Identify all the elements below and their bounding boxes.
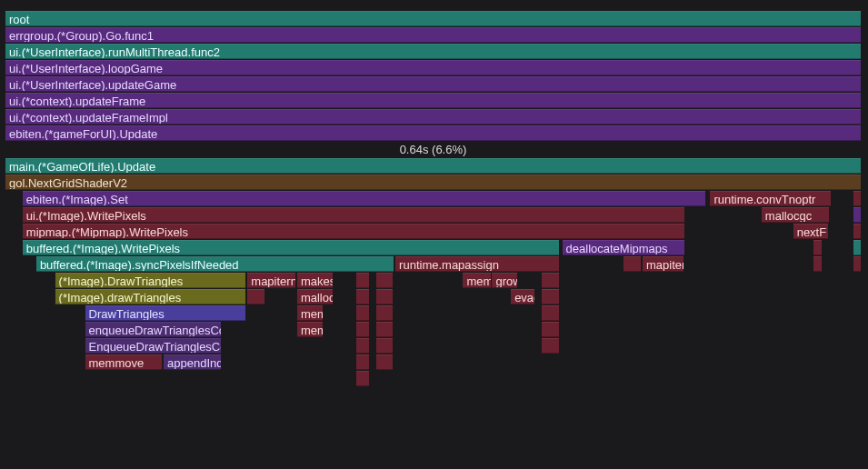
flame-frame[interactable]: ui.(*UserInterface).runMultiThread.func2: [5, 44, 861, 59]
flame-frame[interactable]: grow: [492, 273, 516, 288]
flame-frame[interactable]: mapiternext: [247, 273, 295, 288]
flame-frame[interactable]: [853, 224, 861, 239]
flame-frame[interactable]: [813, 256, 821, 272]
flame-frame[interactable]: makeslic: [297, 273, 334, 288]
flame-frame[interactable]: ui.(*Image).WritePixels: [23, 207, 684, 223]
flame-frame[interactable]: ui.(*context).updateFrameImpl: [5, 109, 861, 125]
flame-frame[interactable]: EnqueueDrawTrianglesCon: [85, 338, 222, 354]
flame-frame[interactable]: ui.(*UserInterface).loopGame: [5, 60, 861, 75]
flame-frame[interactable]: buffered.(*Image).WritePixels: [23, 240, 559, 255]
flame-frame[interactable]: [376, 289, 393, 304]
flame-frame[interactable]: [542, 338, 559, 354]
flame-frame[interactable]: runtime.mapassign: [395, 256, 559, 272]
flame-frame[interactable]: runtime.convTnoptr: [710, 191, 831, 206]
flame-frame[interactable]: memc: [297, 322, 323, 337]
flame-frame[interactable]: deallocateMipmaps: [563, 240, 685, 255]
flame-frame[interactable]: ui.(*context).updateFrame: [5, 93, 861, 108]
flame-frame[interactable]: mallocgc: [297, 289, 334, 304]
flame-frame[interactable]: [853, 191, 861, 206]
flame-frame[interactable]: [356, 322, 369, 337]
flame-frame[interactable]: ebiten.(*Image).Set: [23, 191, 705, 206]
flame-frame[interactable]: [356, 354, 369, 370]
flame-frame[interactable]: memc: [297, 305, 323, 321]
flame-frame[interactable]: gol.NextGridShaderV2: [5, 175, 861, 190]
flame-frame[interactable]: [542, 273, 559, 288]
flame-frame[interactable]: [624, 256, 641, 272]
flame-frame[interactable]: [356, 371, 369, 386]
flame-frame[interactable]: [853, 256, 861, 272]
flame-frame[interactable]: memmove: [85, 354, 163, 370]
flame-frame[interactable]: evac: [511, 289, 534, 304]
flame-frame[interactable]: [813, 240, 821, 255]
flame-frame[interactable]: (*Image).DrawTriangles: [55, 273, 246, 288]
flame-frame[interactable]: [542, 289, 559, 304]
flamegraph[interactable]: rooterrgroup.(*Group).Go.func1ui.(*UserI…: [5, 11, 861, 387]
flame-frame[interactable]: (*Image).drawTriangles: [55, 289, 246, 304]
flame-frame[interactable]: buffered.(*Image).syncPixelsIfNeeded: [36, 256, 394, 272]
flame-frame[interactable]: ui.(*UserInterface).updateGame: [5, 76, 861, 92]
flame-frame[interactable]: errgroup.(*Group).Go.func1: [5, 27, 861, 43]
flame-frame[interactable]: [356, 305, 369, 321]
flame-frame[interactable]: memh: [463, 273, 490, 288]
flame-frame[interactable]: [542, 305, 559, 321]
flame-frame[interactable]: DrawTriangles: [85, 305, 246, 321]
flame-frame[interactable]: ebiten.(*gameForUI).Update: [5, 125, 861, 141]
flame-frame[interactable]: [247, 289, 264, 304]
flame-frame[interactable]: root: [5, 11, 861, 26]
flame-frame[interactable]: [542, 322, 559, 337]
flame-frame[interactable]: mallocgc: [762, 207, 829, 223]
flame-frame[interactable]: main.(*GameOfLife).Update: [5, 158, 861, 174]
flame-frame[interactable]: [376, 354, 393, 370]
flame-frame[interactable]: [853, 240, 861, 255]
flame-frame[interactable]: [376, 338, 393, 354]
flame-frame[interactable]: [356, 289, 369, 304]
flame-frame[interactable]: mipmap.(*Mipmap).WritePixels: [23, 224, 684, 239]
flame-ruler: 0.64s (6.6%): [5, 142, 861, 158]
flame-frame[interactable]: appendIndic: [164, 354, 221, 370]
flame-frame[interactable]: [376, 273, 393, 288]
flame-frame[interactable]: enqueueDrawTrianglesCon: [85, 322, 222, 337]
flame-frame[interactable]: [853, 207, 861, 223]
flame-frame[interactable]: [376, 305, 393, 321]
flame-frame[interactable]: [356, 273, 369, 288]
flame-frame[interactable]: mapiterin: [643, 256, 683, 272]
flame-frame[interactable]: [356, 338, 369, 354]
flame-frame[interactable]: nextF: [793, 224, 829, 239]
flame-frame[interactable]: [376, 322, 393, 337]
